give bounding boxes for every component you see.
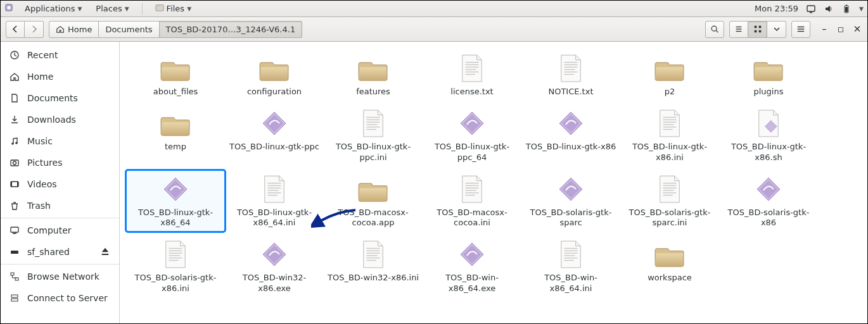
file-label: TOS_BD-solaris-gtk-sparc [523,208,618,228]
screen-icon[interactable] [806,4,816,14]
view-buttons [729,21,786,38]
file-label: TOS_BD-win-x86_64.ini [523,273,618,294]
exec-icon [456,238,488,271]
file-item[interactable]: TOS_BD-win-x86_64.ini [521,235,620,297]
file-item[interactable]: TOS_BD-solaris-gtk-x86 [719,170,818,232]
file-item[interactable]: p2 [620,49,719,101]
sidebar-item-recent[interactable]: Recent [1,44,119,66]
sidebar-item-label: Computer [27,225,72,235]
sidebar-item-connect-to-server[interactable]: Connect to Server [1,287,119,309]
music-icon [10,136,20,146]
file-item[interactable]: TOS_BD-win32-x86.ini [324,235,423,297]
file-item[interactable]: workspace [620,235,719,297]
text-icon [653,173,686,206]
window-controls: – ▫ ✕ [819,23,862,35]
file-item[interactable]: about_files [126,49,225,101]
file-grid: about_filesconfigurationfeatureslicense.… [126,49,861,297]
text-icon [653,107,686,140]
breadcrumb-home[interactable]: Home [49,21,99,38]
svg-line-10 [716,30,718,32]
hamburger-button[interactable] [791,21,810,38]
file-item[interactable]: TOS_BD-linux-gtk-x86_64.ini [225,170,324,232]
breadcrumb-current[interactable]: TOS_BD-20170…3_1246-V6.4.1 [160,21,303,38]
file-item[interactable]: TOS_BD-solaris-gtk-sparc [521,170,620,232]
file-item[interactable]: features [324,49,423,101]
icon-view-button[interactable] [748,21,767,38]
sidebar-item-label: Pictures [27,158,62,168]
breadcrumb-documents[interactable]: Documents [99,21,159,38]
file-item[interactable]: TOS_BD-linux-gtk-x86.ini [620,104,719,166]
app-menu-label: Files [167,4,185,13]
sidebar-item-sf-shared[interactable]: sf_shared [1,241,119,263]
file-item[interactable]: TOS_BD-win-x86_64.exe [423,235,521,297]
file-item[interactable]: configuration [225,49,324,101]
svg-rect-16 [754,30,756,33]
file-item[interactable]: TOS_BD-macosx-cocoa.app [324,170,423,232]
sidebar-item-videos[interactable]: Videos [1,173,119,195]
file-item[interactable]: TOS_BD-linux-gtk-x86_64 [126,170,225,232]
file-item[interactable]: plugins [719,49,818,101]
file-item[interactable]: TOS_BD-linux-gtk-ppc.ini [324,104,423,166]
top-panel: Applications ▼ Places ▼ Files ▼ Mon 23:5… [1,1,867,17]
sidebar-item-pictures[interactable]: Pictures [1,152,119,173]
svg-rect-29 [11,227,18,232]
search-button[interactable] [705,21,724,38]
eject-icon[interactable] [100,246,110,258]
back-button[interactable] [6,21,25,38]
battery-icon[interactable] [841,4,852,14]
view-options-button[interactable] [767,21,786,38]
chevron-down-icon[interactable]: ▼ [859,6,864,12]
volume-icon[interactable] [824,4,834,14]
sidebar-item-label: Recent [27,50,58,60]
folder-icon [258,52,291,85]
file-item[interactable]: TOS_BD-linux-gtk-x86 [521,104,620,166]
file-label: TOS_BD-linux-gtk-ppc_64 [424,142,520,163]
file-item[interactable]: TOS_BD-macosx-cocoa.ini [423,170,521,232]
file-label: p2 [665,87,675,97]
sidebar-item-label: Home [27,72,53,82]
sidebar-item-documents[interactable]: Documents [1,87,119,109]
sidebar-item-music[interactable]: Music [1,130,119,152]
file-item[interactable]: temp [126,104,225,166]
svg-point-25 [13,161,16,165]
exec-icon [456,107,488,140]
sidebar-item-home[interactable]: Home [1,66,119,87]
file-item[interactable]: NOTICE.txt [521,49,620,101]
file-item[interactable]: license.txt [423,49,521,101]
sidebar-item-label: Trash [27,201,51,211]
maximize-button[interactable]: ▫ [836,23,846,35]
file-item[interactable]: TOS_BD-win32-x86.exe [225,235,324,297]
file-item[interactable]: TOS_BD-linux-gtk-ppc [225,104,324,166]
sidebar-item-computer[interactable]: Computer [1,220,119,241]
svg-rect-14 [754,26,756,28]
svg-point-23 [15,142,18,144]
file-item[interactable]: TOS_BD-linux-gtk-ppc_64 [423,104,521,166]
sidebar-item-downloads[interactable]: Downloads [1,109,119,130]
file-pane[interactable]: about_filesconfigurationfeatureslicense.… [120,42,867,323]
places-menu[interactable]: Places ▼ [93,3,131,15]
file-item[interactable]: TOS_BD-solaris-gtk-sparc.ini [620,170,719,232]
svg-rect-7 [846,4,847,6]
file-label: workspace [648,273,692,283]
file-label: about_files [153,87,198,97]
file-label: configuration [247,87,302,97]
minimize-button[interactable]: – [819,23,829,35]
file-item[interactable]: TOS_BD-linux-gtk-x86.sh [719,104,818,166]
separator [142,3,143,15]
sidebar-item-browse-network[interactable]: Browse Network [1,266,119,287]
forward-button[interactable] [25,21,44,38]
clock-label[interactable]: Mon 23:59 [755,4,798,13]
file-item[interactable]: TOS_BD-solaris-gtk-x86.ini [126,235,225,297]
file-label: TOS_BD-linux-gtk-x86.ini [622,142,717,163]
svg-rect-27 [11,182,12,187]
sidebar-item-trash[interactable]: Trash [1,195,119,216]
app-menu[interactable]: Files ▼ [153,2,194,15]
sidebar-item-label: Downloads [27,115,76,125]
file-label: license.txt [450,87,493,97]
file-label: TOS_BD-linux-gtk-ppc [229,142,319,152]
applications-menu[interactable]: Applications ▼ [22,3,84,15]
close-button[interactable]: ✕ [852,23,862,35]
list-view-button[interactable] [729,21,748,38]
panel-right: Mon 23:59 ▼ [755,4,864,14]
file-label: TOS_BD-macosx-cocoa.app [326,208,421,228]
